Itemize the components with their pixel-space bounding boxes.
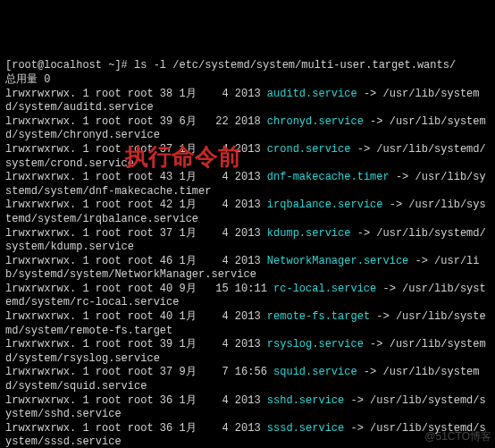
entry-meta: lrwxrwxrwx. 1 root root 38 1月 4 2013 [5,88,267,100]
entry-meta: lrwxrwxrwx. 1 root root 39 6月 22 2018 [5,115,267,128]
entry-meta: lrwxrwxrwx. 1 root root 36 1月 4 2013 [5,422,267,435]
shell-prompt: [root@localhost ~]# ls -l /etc/systemd/s… [5,59,456,72]
entry-meta: lrwxrwxrwx. 1 root root 36 1月 4 2013 [5,394,267,407]
symlink-name: squid.service [273,366,357,378]
symlink-name: irqbalance.service [267,199,383,211]
symlink-name: crond.service [267,143,351,156]
entry-meta: lrwxrwxrwx. 1 root root 46 1月 4 2013 [5,255,267,267]
symlink-name: sssd.service [267,422,344,435]
symlink-name: kdump.service [267,227,351,240]
symlink-name: dnf-makecache.timer [267,171,390,183]
entry-meta: lrwxrwxrwx. 1 root root 37 1月 4 2013 [5,143,267,156]
symlink-name: auditd.service [267,88,357,100]
entry-meta: lrwxrwxrwx. 1 root root 37 1月 4 2013 [5,227,267,240]
symlink-name: rc-local.service [273,283,376,295]
symlink-name: chronyd.service [267,115,364,128]
entry-meta: lrwxrwxrwx. 1 root root 39 1月 4 2013 [5,338,267,351]
symlink-name: remote-fs.target [267,310,370,323]
entry-meta: lrwxrwxrwx. 1 root root 42 1月 4 2013 [5,199,267,211]
symlink-name: NetworkManager.service [267,255,408,267]
symlink-name: rsyslog.service [267,338,364,351]
symlink-name: sshd.service [267,394,344,407]
terminal-output[interactable]: [root@localhost ~]# ls -l /etc/systemd/s… [5,59,490,448]
entry-meta: lrwxrwxrwx. 1 root root 37 9月 7 16:56 [5,366,273,378]
entry-meta: lrwxrwxrwx. 1 root root 40 1月 4 2013 [5,310,267,323]
entry-meta: lrwxrwxrwx. 1 root root 40 9月 15 10:11 [5,283,273,295]
entry-meta: lrwxrwxrwx. 1 root root 43 1月 4 2013 [5,171,267,183]
total-line: 总用量 0 [5,73,50,86]
